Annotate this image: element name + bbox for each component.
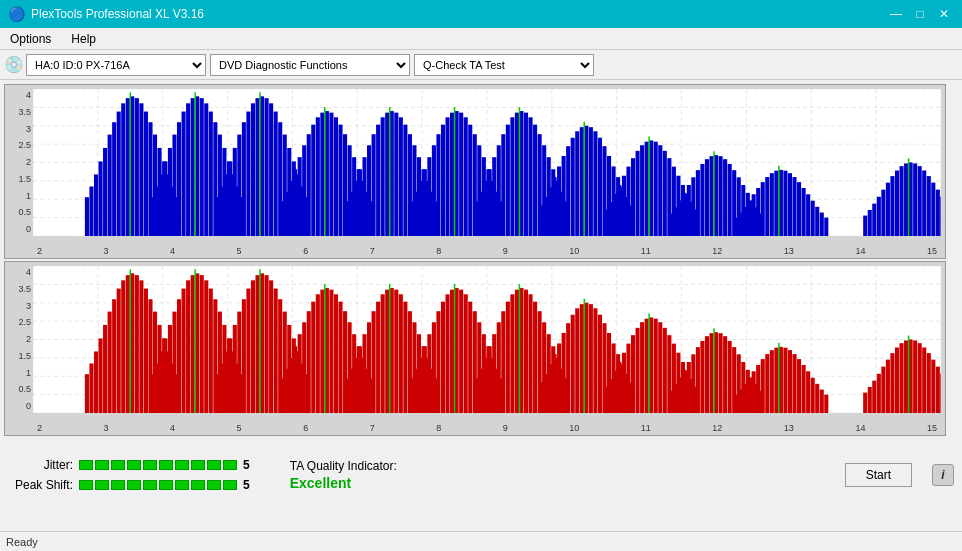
start-button[interactable]: Start (845, 463, 912, 487)
top-chart-yaxis: 0 0.5 1 1.5 2 2.5 3 3.5 4 (5, 89, 33, 236)
bottom-chart-canvas (33, 266, 941, 413)
bottom-chart: 0 0.5 1 1.5 2 2.5 3 3.5 4 2 3 4 5 6 7 8 … (4, 261, 946, 436)
status-text: Ready (6, 536, 38, 548)
bottom-chart-xaxis: 2 3 4 5 6 7 8 9 10 11 12 13 14 15 (33, 423, 941, 433)
jitter-value: 5 (243, 458, 250, 472)
drive-select[interactable]: HA:0 ID:0 PX-716A (26, 54, 206, 76)
top-chart-canvas (33, 89, 941, 236)
jitter-metric: Jitter: 5 (8, 458, 250, 472)
info-button[interactable]: i (932, 464, 954, 486)
titlebar-controls: — □ ✕ (886, 6, 954, 22)
ta-quality-value: Excellent (290, 475, 351, 491)
function-select[interactable]: DVD Diagnostic Functions (210, 54, 410, 76)
bottom-chart-inner (33, 266, 941, 413)
statusbar: Ready (0, 531, 962, 551)
menubar: Options Help (0, 28, 962, 50)
ta-quality-label: TA Quality Indicator: (290, 459, 397, 473)
drive-icon: 💿 (4, 55, 24, 74)
bottom-chart-yaxis: 0 0.5 1 1.5 2 2.5 3 3.5 4 (5, 266, 33, 413)
test-select[interactable]: Q-Check TA Test (414, 54, 594, 76)
metrics-column: Jitter: 5 Peak Shift: (8, 458, 250, 492)
close-button[interactable]: ✕ (934, 6, 954, 22)
peak-shift-metric: Peak Shift: 5 (8, 478, 250, 492)
maximize-button[interactable]: □ (910, 6, 930, 22)
menu-options[interactable]: Options (4, 30, 57, 48)
minimize-button[interactable]: — (886, 6, 906, 22)
jitter-bars (79, 460, 237, 470)
peak-shift-label: Peak Shift: (8, 478, 73, 492)
app-icon: 🔵 (8, 6, 25, 22)
jitter-label: Jitter: (8, 458, 73, 472)
menu-help[interactable]: Help (65, 30, 102, 48)
top-chart: 0 0.5 1 1.5 2 2.5 3 3.5 4 2 3 4 5 6 7 8 … (4, 84, 946, 259)
toolbar: 💿 HA:0 ID:0 PX-716A DVD Diagnostic Funct… (0, 50, 962, 80)
ta-quality-section: TA Quality Indicator: Excellent (290, 459, 397, 491)
drive-selector-area: 💿 HA:0 ID:0 PX-716A (4, 54, 206, 76)
bottom-panel: Jitter: 5 Peak Shift: (0, 440, 962, 510)
main-content: 0 0.5 1 1.5 2 2.5 3 3.5 4 2 3 4 5 6 7 8 … (0, 80, 962, 440)
peak-shift-bars (79, 480, 237, 490)
titlebar-title: PlexTools Professional XL V3.16 (31, 7, 204, 21)
top-chart-inner (33, 89, 941, 236)
titlebar-left: 🔵 PlexTools Professional XL V3.16 (8, 6, 204, 22)
peak-shift-value: 5 (243, 478, 250, 492)
titlebar: 🔵 PlexTools Professional XL V3.16 — □ ✕ (0, 0, 962, 28)
top-chart-xaxis: 2 3 4 5 6 7 8 9 10 11 12 13 14 15 (33, 246, 941, 256)
